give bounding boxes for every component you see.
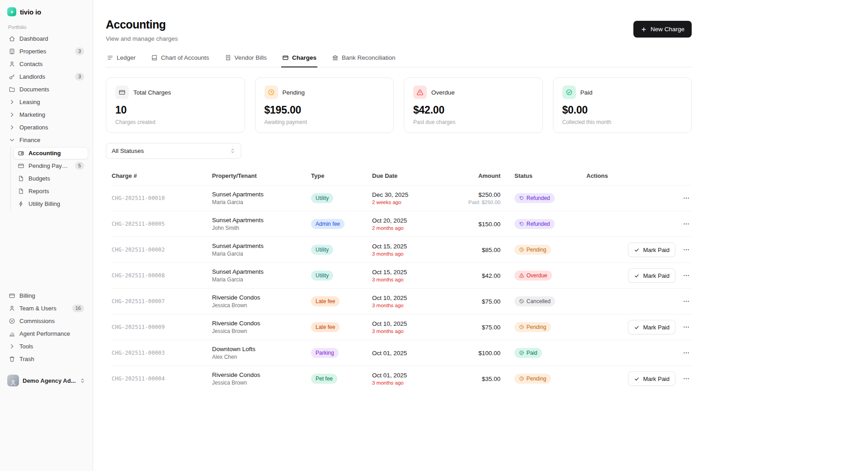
alert-icon — [416, 89, 424, 96]
dots-icon — [683, 246, 690, 253]
user-menu[interactable]: Demo Agency Ad... — [5, 373, 88, 388]
property-name: Riverside Condos — [212, 320, 311, 327]
row-actions-button[interactable] — [681, 347, 692, 358]
sidebar-item-landlords[interactable]: Landlords3 — [5, 71, 88, 83]
dots-icon — [683, 375, 690, 382]
sidebar-item-commissions[interactable]: Commissions — [5, 315, 88, 327]
mark-paid-button[interactable]: Mark Paid — [628, 320, 675, 334]
row-actions-button[interactable] — [681, 270, 692, 281]
card-caption: Charges created — [115, 119, 236, 125]
amount-note: Paid: $250.00 — [446, 200, 500, 205]
sidebar-item-label: Documents — [19, 86, 49, 93]
tenant-name: Alex Chen — [212, 354, 311, 360]
file-icon — [18, 175, 24, 182]
sidebar-item-finance[interactable]: Finance — [5, 134, 88, 146]
card-value: $195.00 — [264, 104, 385, 116]
due-date: Oct 15, 2025 — [372, 243, 446, 250]
sidebar-item-label: Dashboard — [19, 35, 48, 42]
type-badge: Late fee — [311, 296, 340, 306]
sidebar-item-pending-payments[interactable]: Pending Payments5 — [14, 160, 88, 172]
sidebar-item-budgets[interactable]: Budgets — [14, 172, 88, 185]
sidebar-item-trash[interactable]: Trash — [5, 353, 88, 365]
bank-icon — [332, 54, 339, 61]
chevron-down-icon — [9, 137, 15, 143]
charge-number: CHG-202511-00007 — [112, 298, 212, 304]
sidebar-item-accounting[interactable]: Accounting — [14, 147, 88, 159]
building-icon — [9, 48, 15, 55]
chevron-updown-icon — [80, 378, 85, 384]
charge-number: CHG-202511-00010 — [112, 195, 212, 201]
new-charge-button[interactable]: New Charge — [633, 21, 692, 38]
table-row: CHG-202511-00005 Sunset Apartments John … — [112, 211, 692, 237]
property-name: Sunset Apartments — [212, 191, 311, 198]
sidebar-item-billing[interactable]: Billing — [5, 290, 88, 302]
sidebar-item-tools[interactable]: Tools — [5, 340, 88, 352]
row-actions-button[interactable] — [681, 244, 692, 255]
row-actions-button[interactable] — [681, 193, 692, 204]
status-label: Pending — [527, 247, 547, 252]
mark-paid-button[interactable]: Mark Paid — [628, 268, 675, 283]
dots-icon — [683, 272, 690, 279]
sidebar-item-agent-performance[interactable]: Agent Performance — [5, 328, 88, 340]
row-actions-button[interactable] — [681, 296, 692, 307]
status-label: Overdue — [527, 273, 547, 278]
mark-paid-label: Mark Paid — [643, 376, 670, 382]
sidebar-item-marketing[interactable]: Marketing — [5, 109, 88, 121]
sidebar-item-label: Finance — [19, 137, 40, 143]
sidebar-item-badge: 3 — [75, 73, 84, 81]
card-title: Pending — [283, 89, 305, 96]
tab-bank-reconciliation[interactable]: Bank Reconciliation — [331, 54, 396, 67]
file-icon — [18, 188, 24, 195]
status-badge: Refunded — [514, 219, 555, 229]
sidebar-item-label: Utility Billing — [28, 200, 60, 207]
tab-chart-of-accounts[interactable]: Chart of Accounts — [150, 54, 210, 67]
book-icon — [151, 54, 158, 61]
mark-paid-button[interactable]: Mark Paid — [628, 243, 675, 257]
sidebar-item-leasing[interactable]: Leasing — [5, 96, 88, 108]
sidebar-item-dashboard[interactable]: Dashboard — [5, 33, 88, 45]
chevron-right-icon — [9, 111, 15, 118]
row-actions-button[interactable] — [681, 322, 692, 333]
sidebar-item-label: Tools — [19, 343, 33, 350]
trash-icon — [9, 356, 15, 362]
table-header: Charge #Property/TenantTypeDue DateAmoun… — [112, 170, 692, 185]
card-icon — [18, 162, 24, 169]
chevron-right-icon — [9, 99, 15, 105]
table-row: CHG-202511-00007 Riverside Condos Jessic… — [112, 288, 692, 314]
property-name: Downtown Lofts — [212, 346, 311, 352]
sidebar-item-label: Landlords — [19, 73, 45, 80]
due-relative: 3 months ago — [372, 303, 446, 308]
sidebar-item-operations[interactable]: Operations — [5, 121, 88, 133]
sidebar-item-team-users[interactable]: Team & Users16 — [5, 302, 88, 314]
tenant-name: Maria Garcia — [212, 199, 311, 205]
status-filter-select[interactable]: All Statuses — [106, 143, 241, 159]
dots-icon — [683, 220, 690, 228]
person-icon — [9, 305, 15, 312]
sidebar-item-documents[interactable]: Documents — [5, 83, 88, 95]
tab-label: Ledger — [117, 54, 136, 61]
tab-charges[interactable]: Charges — [281, 54, 317, 67]
sidebar-item-utility-billing[interactable]: Utility Billing — [14, 198, 88, 210]
sidebar-section-label: Portfolio — [5, 20, 88, 33]
tab-ledger[interactable]: Ledger — [106, 54, 137, 67]
mark-paid-button[interactable]: Mark Paid — [628, 371, 675, 386]
due-relative: 3 months ago — [372, 380, 446, 385]
row-actions-button[interactable] — [681, 373, 692, 384]
rotate-icon — [519, 221, 524, 227]
sidebar-item-label: Budgets — [28, 175, 50, 182]
sidebar-item-label: Billing — [19, 292, 35, 299]
summary-card-overdue: Overdue $42.00 Past due charges — [404, 77, 543, 133]
sidebar-item-contacts[interactable]: Contacts — [5, 58, 88, 70]
sidebar-item-properties[interactable]: Properties3 — [5, 45, 88, 57]
column-header-amount: Amount — [446, 172, 500, 179]
sidebar-item-reports[interactable]: Reports — [14, 185, 88, 197]
tab-vendor-bills[interactable]: Vendor Bills — [224, 54, 268, 67]
sidebar-item-label: Accounting — [28, 150, 61, 157]
charge-number: CHG-202511-00009 — [112, 324, 212, 330]
table-body: CHG-202511-00010 Sunset Apartments Maria… — [112, 185, 692, 391]
row-actions-button[interactable] — [681, 219, 692, 229]
status-badge: Paid — [514, 348, 542, 358]
type-badge: Pet fee — [311, 374, 337, 384]
brand-name: tivio io — [20, 8, 41, 16]
percent-icon — [9, 318, 15, 324]
